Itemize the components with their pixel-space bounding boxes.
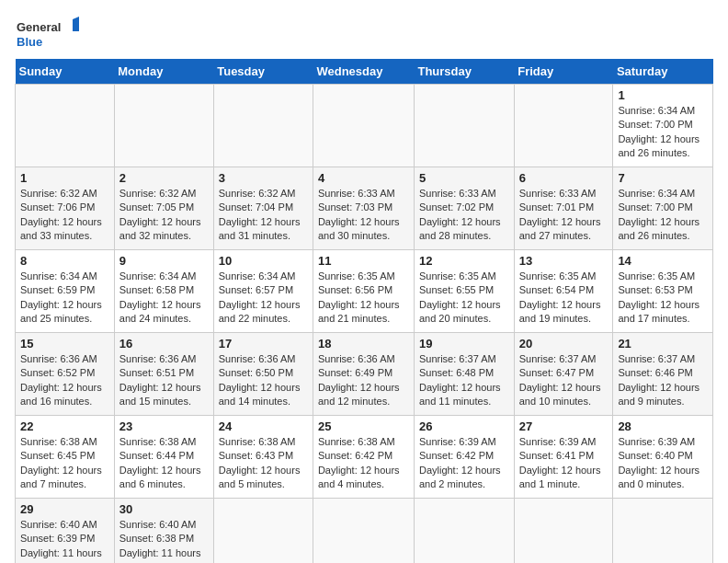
day-info: Sunrise: 6:37 AMSunset: 6:48 PMDaylight:…: [419, 352, 509, 409]
svg-text:General: General: [17, 20, 61, 34]
daylight: Daylight: 12 hours and 24 minutes.: [119, 298, 209, 327]
calendar-week-1: 1Sunrise: 6:34 AMSunset: 7:00 PMDaylight…: [16, 85, 713, 167]
daylight: Daylight: 12 hours and 15 minutes.: [119, 381, 209, 409]
daylight: Daylight: 12 hours and 4 minutes.: [318, 464, 409, 492]
day-number: 20: [519, 337, 609, 350]
sunset: Sunset: 6:59 PM: [20, 283, 109, 297]
sunrise: Sunrise: 6:40 AM: [119, 518, 209, 532]
daylight: Daylight: 11 hours and 59 minutes.: [20, 546, 109, 563]
calendar-cell: 9Sunrise: 6:34 AMSunset: 6:58 PMDaylight…: [114, 250, 213, 333]
calendar-cell: 10Sunrise: 6:34 AMSunset: 6:57 PMDayligh…: [213, 250, 313, 333]
day-info: Sunrise: 6:37 AMSunset: 6:46 PMDaylight:…: [618, 352, 708, 409]
sunset: Sunset: 6:48 PM: [419, 366, 509, 380]
day-number: 26: [419, 419, 509, 433]
day-info: Sunrise: 6:37 AMSunset: 6:47 PMDaylight:…: [519, 352, 609, 409]
day-header-tuesday: Tuesday: [213, 59, 313, 85]
sunrise: Sunrise: 6:35 AM: [618, 270, 708, 283]
day-number: 12: [419, 254, 509, 268]
calendar-cell: [213, 85, 313, 167]
day-number: 4: [318, 171, 409, 185]
day-info: Sunrise: 6:33 AMSunset: 7:02 PMDaylight:…: [419, 187, 509, 244]
day-number: 14: [618, 254, 708, 268]
day-number: 7: [618, 171, 708, 185]
logo-svg: General Blue: [15, 15, 79, 52]
sunrise: Sunrise: 6:35 AM: [519, 270, 609, 283]
day-number: 24: [219, 419, 308, 433]
sunrise: Sunrise: 6:38 AM: [318, 435, 409, 449]
sunset: Sunset: 6:53 PM: [618, 283, 708, 297]
sunrise: Sunrise: 6:38 AM: [219, 435, 308, 449]
calendar-cell: 1Sunrise: 6:32 AMSunset: 7:06 PMDaylight…: [16, 167, 115, 250]
day-info: Sunrise: 6:32 AMSunset: 7:05 PMDaylight:…: [119, 187, 209, 244]
logo: General Blue: [15, 15, 79, 52]
day-number: 16: [119, 337, 209, 350]
day-info: Sunrise: 6:35 AMSunset: 6:54 PMDaylight:…: [519, 270, 609, 327]
sunrise: Sunrise: 6:39 AM: [419, 435, 509, 449]
day-number: 28: [618, 419, 708, 433]
daylight: Daylight: 12 hours and 28 minutes.: [419, 215, 509, 244]
day-header-thursday: Thursday: [414, 59, 514, 85]
sunset: Sunset: 6:57 PM: [219, 283, 308, 297]
sunrise: Sunrise: 6:33 AM: [318, 187, 409, 201]
day-number: 29: [20, 502, 109, 516]
day-number: 19: [419, 337, 509, 350]
sunset: Sunset: 6:43 PM: [219, 449, 308, 463]
sunrise: Sunrise: 6:36 AM: [219, 352, 308, 366]
daylight: Daylight: 12 hours and 27 minutes.: [519, 215, 609, 244]
day-number: 9: [119, 254, 209, 268]
sunset: Sunset: 7:01 PM: [519, 201, 609, 214]
daylight: Daylight: 12 hours and 10 minutes.: [519, 381, 609, 409]
sunrise: Sunrise: 6:34 AM: [618, 104, 708, 118]
day-info: Sunrise: 6:39 AMSunset: 6:40 PMDaylight:…: [618, 435, 708, 492]
sunset: Sunset: 7:05 PM: [119, 201, 209, 214]
day-info: Sunrise: 6:35 AMSunset: 6:56 PMDaylight:…: [318, 270, 409, 327]
calendar-cell: 28Sunrise: 6:39 AMSunset: 6:40 PMDayligh…: [613, 416, 713, 499]
sunrise: Sunrise: 6:36 AM: [119, 352, 209, 366]
calendar-cell: 17Sunrise: 6:36 AMSunset: 6:50 PMDayligh…: [213, 333, 313, 416]
day-info: Sunrise: 6:39 AMSunset: 6:41 PMDaylight:…: [519, 435, 609, 492]
day-number: 1: [20, 171, 109, 185]
daylight: Daylight: 12 hours and 17 minutes.: [618, 298, 708, 327]
calendar-cell: [313, 499, 414, 564]
sunset: Sunset: 6:56 PM: [318, 283, 409, 297]
day-number: 22: [20, 419, 109, 433]
sunrise: Sunrise: 6:34 AM: [219, 270, 308, 283]
svg-marker-2: [73, 17, 79, 31]
sunrise: Sunrise: 6:33 AM: [419, 187, 509, 201]
day-info: Sunrise: 6:34 AMSunset: 7:00 PMDaylight:…: [618, 104, 708, 161]
day-header-wednesday: Wednesday: [313, 59, 414, 85]
daylight: Daylight: 12 hours and 25 minutes.: [20, 298, 109, 327]
daylight: Daylight: 12 hours and 19 minutes.: [519, 298, 609, 327]
sunset: Sunset: 7:00 PM: [618, 118, 708, 132]
sunset: Sunset: 6:38 PM: [119, 532, 209, 546]
calendar-table: SundayMondayTuesdayWednesdayThursdayFrid…: [15, 59, 713, 563]
day-info: Sunrise: 6:32 AMSunset: 7:04 PMDaylight:…: [219, 187, 308, 244]
day-info: Sunrise: 6:34 AMSunset: 7:00 PMDaylight:…: [618, 187, 708, 244]
calendar-cell: 16Sunrise: 6:36 AMSunset: 6:51 PMDayligh…: [114, 333, 213, 416]
calendar-cell: 8Sunrise: 6:34 AMSunset: 6:59 PMDaylight…: [16, 250, 115, 333]
day-info: Sunrise: 6:36 AMSunset: 6:49 PMDaylight:…: [318, 352, 409, 409]
day-info: Sunrise: 6:38 AMSunset: 6:44 PMDaylight:…: [119, 435, 209, 492]
sunset: Sunset: 6:47 PM: [519, 366, 609, 380]
sunset: Sunset: 6:42 PM: [318, 449, 409, 463]
day-info: Sunrise: 6:40 AMSunset: 6:38 PMDaylight:…: [119, 518, 209, 563]
sunset: Sunset: 7:00 PM: [618, 201, 708, 214]
calendar-cell: [213, 499, 313, 564]
sunset: Sunset: 6:52 PM: [20, 366, 109, 380]
sunset: Sunset: 6:45 PM: [20, 449, 109, 463]
day-header-friday: Friday: [514, 59, 613, 85]
day-info: Sunrise: 6:35 AMSunset: 6:53 PMDaylight:…: [618, 270, 708, 327]
calendar-cell: 22Sunrise: 6:38 AMSunset: 6:45 PMDayligh…: [16, 416, 115, 499]
sunset: Sunset: 6:54 PM: [519, 283, 609, 297]
day-number: 21: [618, 337, 708, 350]
daylight: Daylight: 12 hours and 7 minutes.: [20, 464, 109, 492]
calendar-cell: 3Sunrise: 6:32 AMSunset: 7:04 PMDaylight…: [213, 167, 313, 250]
day-info: Sunrise: 6:38 AMSunset: 6:42 PMDaylight:…: [318, 435, 409, 492]
sunrise: Sunrise: 6:34 AM: [119, 270, 209, 283]
day-number: 6: [519, 171, 609, 185]
sunrise: Sunrise: 6:36 AM: [20, 352, 109, 366]
calendar-cell: [514, 499, 613, 564]
sunrise: Sunrise: 6:38 AM: [20, 435, 109, 449]
calendar-cell: [414, 499, 514, 564]
calendar-cell: 15Sunrise: 6:36 AMSunset: 6:52 PMDayligh…: [16, 333, 115, 416]
